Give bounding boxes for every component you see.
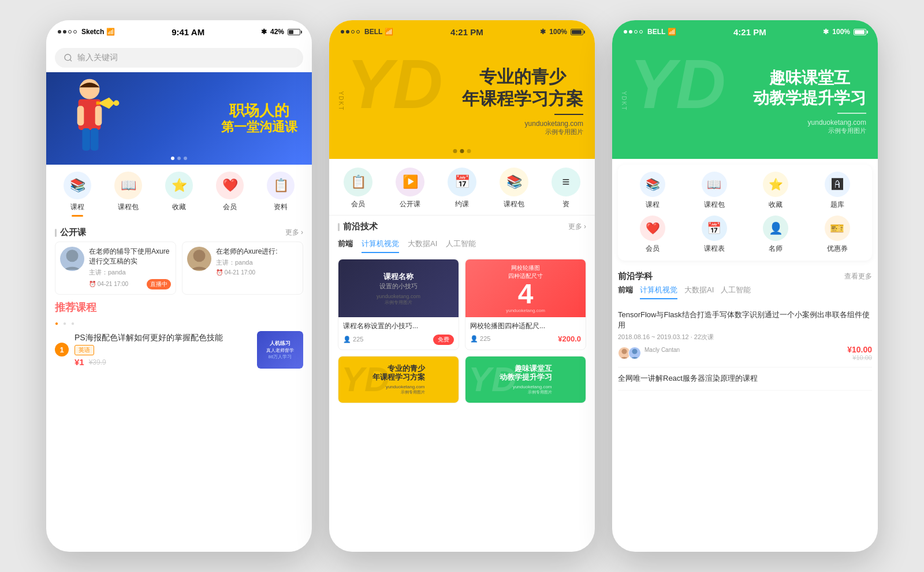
tab-frontend-2[interactable]: 前端 (338, 239, 353, 253)
search-box-1[interactable]: 输入关键词 (55, 48, 303, 68)
tab-ai-3[interactable]: 人工智能 (721, 285, 751, 299)
battery-icon-3 (854, 29, 866, 35)
tab-cv-3[interactable]: 计算机视觉 (640, 285, 677, 299)
grid-card-2-1[interactable]: 课程名称 设置的小技巧 yunduoketang.com 示例专用图片 课程名称… (338, 259, 459, 350)
bluetooth-icon-1: ✱ (261, 28, 267, 36)
nav-icon-resource-2: ≡ (552, 168, 580, 196)
nav-item-course-1[interactable]: 📚 课程 (64, 172, 91, 217)
nav-item-schedule-3[interactable]: 📅 课程表 (687, 216, 743, 254)
grid-card-2-4[interactable]: 趣味课堂互动教学提升学习 yunduoketang.com 示例专用图片 YD (465, 356, 586, 403)
nav-item-package-3[interactable]: 📖 课程包 (687, 172, 743, 210)
recommend-card-1[interactable]: 1 PS海报配色详解如何更好的掌握配色技能 英语 ¥1 ¥39.9 人机练习 真… (55, 331, 303, 369)
nav-item-opencourse-2[interactable]: ▶️ 公开课 (396, 168, 424, 209)
recommend-dots-1: ●●● (55, 320, 303, 326)
battery-icon-2 (571, 29, 583, 35)
grid-thumb-2-3: 专业的青少年课程学习方案 yunduoketang.com 示例专用图片 YD (338, 356, 459, 403)
see-more-3[interactable]: 查看更多 (844, 272, 872, 281)
signal-dot2-4 (356, 30, 360, 34)
course-card-1[interactable]: 在老师的辅导下使用Axure进行交互稿的实 主讲：panda ⏰ 04-21 1… (55, 242, 176, 295)
more-link-public-1[interactable]: 更多 (285, 228, 303, 237)
nav-icon-coupon-3: 🎫 (825, 216, 850, 241)
thumb-bg-1: 人机练习 真人老师督学 86万人学习 (257, 331, 303, 369)
signal-dot2 (63, 30, 66, 34)
nav-label-collect-1: 收藏 (172, 202, 186, 212)
icons-row2-3: ❤️ 会员 📅 课程表 👤 名师 🎫 优惠券 (625, 216, 865, 254)
more-link-2[interactable]: 更多 (568, 222, 586, 232)
section-title-2: 前沿技术 (338, 221, 378, 232)
nav-item-member-2[interactable]: 📋 会员 (344, 168, 372, 209)
search-placeholder-1: 输入关键词 (77, 53, 118, 63)
signal-dot3-2 (629, 30, 632, 34)
status-right-1: ✱ 42% (261, 28, 300, 36)
grid-title-2-1: 课程名称设置的小技巧... (343, 322, 454, 331)
tab-bigdata-2[interactable]: 大数据AI (408, 239, 437, 253)
battery-percent-3: 100% (832, 28, 850, 36)
grid-card-2-2[interactable]: 网校轮播图 四种适配尺寸 4 yunduoketang.com 网校轮播图四种适… (465, 259, 586, 350)
nav-icon-opencourse-2: ▶️ (396, 168, 424, 196)
signal-dot2-3 (351, 30, 355, 34)
nav-icon-course-1: 📚 (64, 172, 91, 199)
svg-line-1 (70, 60, 72, 61)
nav-item-material-1[interactable]: 📋 资料 (267, 172, 295, 217)
tab-ai-2[interactable]: 人工智能 (446, 239, 476, 253)
course-card-2[interactable]: 在老师的Axure进行: 主讲：panda ⏰ 04-21 17:00 (182, 242, 303, 295)
course-teacher-2: 主讲：panda (216, 258, 298, 267)
nav-item-member-3[interactable]: ❤️ 会员 (625, 216, 681, 254)
nav-item-package-2[interactable]: 📚 课程包 (500, 168, 528, 209)
nav-item-coupon-3[interactable]: 🎫 优惠券 (810, 216, 866, 254)
nav-label-member-3: 会员 (646, 244, 660, 254)
banner-dot-2 (177, 157, 181, 160)
status-bar-3: BELL 📶 4:21 PM ✱ 100% (612, 20, 878, 43)
nav-label-member-2: 会员 (351, 199, 365, 209)
nav-icon-course-3: 📚 (640, 172, 665, 197)
battery-percent-1: 42% (270, 28, 284, 36)
nav-item-package-1[interactable]: 📖 课程包 (114, 172, 142, 217)
nav-item-collect-1[interactable]: ⭐ 收藏 (165, 172, 193, 217)
grid-meta-2-2: 👤 225 ¥200.0 (470, 335, 581, 343)
course-list-item-3-2[interactable]: 全网唯一讲解React服务器渲染原理的课程 (618, 367, 872, 390)
battery-percent-2: 100% (549, 28, 567, 36)
nav-item-bank-3[interactable]: 🅰 题库 (810, 172, 866, 210)
nav-item-teacher-3[interactable]: 👤 名师 (748, 216, 804, 254)
banner-yellow-text-2: 专业的青少 年课程学习方案 (462, 66, 583, 109)
course-grid-2: 课程名称 设置的小技巧 yunduoketang.com 示例专用图片 课程名称… (329, 253, 595, 409)
tab-frontend-3[interactable]: 前端 (618, 285, 633, 299)
banner-line2-2: 年课程学习方案 (462, 89, 583, 108)
nav-item-book-2[interactable]: 📅 约课 (448, 168, 476, 209)
grid-thumb-2-1: 课程名称 设置的小技巧 yunduoketang.com 示例专用图片 (338, 259, 459, 317)
course-meta-2: ⏰ 04-21 17:00 (216, 269, 298, 276)
course-teacher-1: 主讲：panda (89, 268, 171, 277)
nav-icon-teacher-3: 👤 (763, 216, 788, 241)
battery-icon-1 (288, 29, 300, 35)
nav-icon-package-3: 📖 (702, 172, 727, 197)
tab-cv-2[interactable]: 计算机视觉 (362, 239, 399, 253)
tab-bigdata-3[interactable]: 大数据AI (684, 285, 714, 299)
nav-item-resource-2[interactable]: ≡ 资 (552, 168, 580, 209)
status-left-1: Sketch 📶 (58, 28, 115, 36)
grid-thumb-text-2-2: 网校轮播图 四种适配尺寸 4 yunduoketang.com (506, 264, 545, 313)
nav-item-course-3[interactable]: 📚 课程 (625, 172, 681, 210)
avatar-cantan (628, 347, 641, 359)
rank-badge-1: 1 (55, 343, 69, 356)
course-list-item-3-1[interactable]: TensorFlow与Flask结合打造手写体数字识别通过一个小案例出串联各组件… (618, 304, 872, 367)
banner-bg-1: 职场人的 第一堂沟通课 (46, 72, 312, 165)
grid-card-2-3[interactable]: 专业的青少年课程学习方案 yunduoketang.com 示例专用图片 YD (338, 356, 459, 403)
signal-dot4 (73, 30, 77, 34)
price-strike-3-1: ¥10.00 (847, 354, 872, 361)
recommend-thumb-1: 人机练习 真人老师督学 86万人学习 (257, 331, 303, 369)
nav-item-collect-3[interactable]: ⭐ 收藏 (748, 172, 804, 210)
nav-indicator-1 (72, 215, 83, 217)
nav-label-teacher-3: 名师 (769, 244, 783, 254)
course-list-title-3-1: TensorFlow与Flask结合打造手写体数字识别通过一个小案例出串联各组件… (618, 310, 872, 330)
ce-title-3: 前沿学科 (618, 271, 653, 282)
signal-dot3-3 (634, 30, 638, 34)
status-left-3: BELL 📶 (624, 28, 676, 36)
banner-3: YDKT YD 趣味课堂互 动教学提升学习 yunduoketang.com 示… (612, 43, 878, 159)
nav-icon-collect-1: ⭐ (165, 172, 193, 199)
section-header-public-1: 公开课 更多 (46, 221, 312, 242)
white-card-3: 📚 课程 📖 课程包 ⭐ 收藏 🅰 题库 ❤️ 会员 📅 (618, 165, 872, 261)
nav-icon-member-1: ❤️ (216, 172, 244, 199)
price-old-1: ¥39.9 (89, 358, 106, 366)
nav-item-member-1[interactable]: ❤️ 会员 (216, 172, 244, 217)
course-avatar-1 (60, 247, 84, 271)
